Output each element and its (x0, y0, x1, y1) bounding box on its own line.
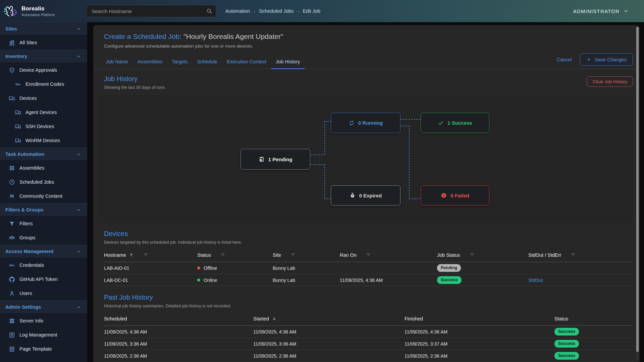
column-header-site[interactable]: Site (273, 252, 340, 258)
flow-box-pending[interactable]: 1 Pending (240, 149, 310, 170)
key-icon (14, 81, 21, 87)
past-job-finished: 11/09/2025, 4:36 AM (405, 329, 554, 335)
sidebar-item-assemblies[interactable]: Assemblies (0, 161, 87, 175)
server-icon (8, 318, 15, 324)
sidebar-section-inventory[interactable]: Inventory (0, 50, 87, 63)
filter-icon[interactable] (290, 252, 296, 257)
tab-execution-context[interactable]: Execution Context (222, 55, 271, 69)
sidebar-item-winrm-devices[interactable]: WinRM Devices (0, 133, 87, 147)
sidebar-item-log-management[interactable]: Log Management (0, 328, 87, 342)
filter-icon[interactable] (571, 252, 576, 257)
column-header-scheduled[interactable]: Scheduled (104, 316, 253, 321)
connector-line (409, 198, 421, 199)
search-input[interactable] (87, 8, 206, 14)
sidebar-section-label: Admin Settings (5, 304, 41, 310)
job-history-heading: Job History (104, 75, 166, 83)
tabs-row: Job NameAssembliesTargetsScheduleExecuti… (93, 53, 640, 69)
flow-box-running[interactable]: 0 Running (331, 113, 400, 133)
sidebar-item-all-sites[interactable]: All Sites (0, 36, 87, 50)
people-icon (8, 193, 15, 199)
column-header-hostname[interactable]: Hostname (104, 252, 197, 258)
past-job-row[interactable]: 11/09/2025, 4:36 AM11/09/2025, 4:36 AM11… (104, 326, 633, 338)
sidebar-item-label: Server Info (19, 318, 43, 323)
past-job-row[interactable]: 11/09/2025, 3:36 AM11/09/2025, 3:36 AM11… (104, 338, 633, 350)
sidebar-section-admin-settings[interactable]: Admin Settings (0, 300, 87, 314)
filter-icon[interactable] (366, 252, 371, 257)
sync-icon (348, 120, 355, 126)
connector-line (324, 121, 331, 122)
column-header-started[interactable]: Started (253, 316, 405, 321)
sidebar-item-label: Devices (19, 96, 37, 101)
sidebar-item-label: Filters (19, 221, 33, 226)
tab-targets[interactable]: Targets (167, 55, 193, 69)
sidebar-item-community-content[interactable]: Community Content (0, 189, 87, 203)
chevron-down-icon (623, 8, 629, 14)
clear-job-history-button[interactable]: Clear Job History (587, 76, 633, 87)
sidebar-item-enrollment-codes[interactable]: Enrollment Codes (0, 77, 87, 91)
device-hostname: LAB-DC-01 (104, 278, 197, 283)
column-header-ran-on[interactable]: Ran On (340, 252, 437, 258)
tab-schedule[interactable]: Schedule (193, 55, 222, 69)
device-status: Online (197, 278, 273, 283)
past-job-status: Success (554, 328, 633, 335)
user-menu[interactable]: ADMINISTRATOR (573, 8, 644, 14)
scrollbar-thumb[interactable] (636, 27, 639, 352)
sidebar-item-users[interactable]: Users (0, 286, 87, 300)
column-header-status[interactable]: Status (554, 316, 633, 321)
stdout-link[interactable]: StdOut (528, 278, 543, 283)
funnel-icon (8, 221, 15, 227)
status-badge: Success (554, 328, 579, 335)
chevron-up-icon (76, 207, 81, 213)
column-header-job-status[interactable]: Job Status (437, 252, 528, 258)
connector-line (409, 126, 410, 198)
search-box[interactable] (87, 5, 216, 17)
sidebar-item-device-approvals[interactable]: Device Approvals (0, 63, 87, 77)
sidebar-item-server-info[interactable]: Server Info (0, 314, 87, 328)
device-row-lab-aio-01[interactable]: LAB-AIO-01OfflineBunny LabPending (104, 262, 633, 274)
device-row-lab-dc-01[interactable]: LAB-DC-01OnlineBunny Lab11/09/2025, 4:36… (104, 274, 633, 286)
column-header-stdout-stderr[interactable]: StdOut / StdErr (528, 252, 633, 258)
sidebar-item-github-api-token[interactable]: GitHub API Token (0, 272, 87, 286)
breadcrumb-scheduled-jobs[interactable]: Scheduled Jobs (259, 8, 293, 14)
past-job-row[interactable]: 11/09/2025, 2:36 AM11/09/2025, 2:36 AM11… (104, 350, 633, 362)
flow-box-expired[interactable]: 0 Expired (331, 185, 400, 205)
sidebar-item-agent-devices[interactable]: Agent Devices (0, 105, 87, 119)
sidebar-item-devices[interactable]: Devices (0, 91, 87, 105)
column-header-status[interactable]: Status (197, 252, 273, 258)
tab-assemblies[interactable]: Assemblies (133, 55, 167, 69)
sidebar-item-scheduled-jobs[interactable]: Scheduled Jobs (0, 175, 87, 189)
column-label: Status (554, 316, 568, 321)
sidebar-item-label: Scheduled Jobs (19, 179, 54, 185)
column-header-finished[interactable]: Finished (405, 316, 554, 321)
sidebar-item-filters[interactable]: Filters (0, 217, 87, 231)
filter-icon[interactable] (220, 252, 225, 257)
breadcrumb-automation[interactable]: Automation (225, 8, 250, 14)
save-changes-button[interactable]: Save Changes (580, 53, 633, 66)
sidebar-item-groups[interactable]: Groups (0, 231, 87, 245)
breadcrumb-edit-job[interactable]: Edit Job (303, 8, 320, 14)
device-site: Bunny Lab (273, 265, 340, 271)
stopwatch-icon (350, 192, 356, 198)
connector-line (310, 155, 324, 155)
filter-icon[interactable] (470, 252, 475, 257)
connector-line (400, 126, 410, 126)
tab-job-name[interactable]: Job Name (101, 55, 133, 69)
sidebar-item-page-template[interactable]: Page Template (0, 342, 87, 356)
sidebar-section-access-management[interactable]: Access Management (0, 245, 87, 258)
devices-icon (14, 137, 21, 144)
device-site: Bunny Lab (273, 278, 340, 283)
sidebar-section-task-automation[interactable]: Task Automation (0, 147, 87, 161)
tab-job-history[interactable]: Job History (271, 55, 305, 69)
sidebar-section-filters-groups[interactable]: Filters & Groups (0, 203, 87, 217)
flow-box-success[interactable]: 1 Success (421, 113, 489, 133)
groups-icon (8, 235, 15, 241)
past-job-history-heading: Past Job History (104, 294, 633, 301)
flow-box-failed[interactable]: 0 Failed (421, 185, 489, 205)
sidebar-item-credentials[interactable]: Credentials (0, 258, 87, 272)
cancel-button[interactable]: Cancel (557, 57, 572, 62)
sidebar-section-sites[interactable]: Sites (0, 22, 87, 36)
past-job-scheduled: 11/09/2025, 2:36 AM (104, 353, 253, 359)
sidebar-item-ssh-devices[interactable]: SSH Devices (0, 119, 87, 133)
filter-icon[interactable] (143, 252, 148, 257)
logs-icon (8, 332, 15, 338)
